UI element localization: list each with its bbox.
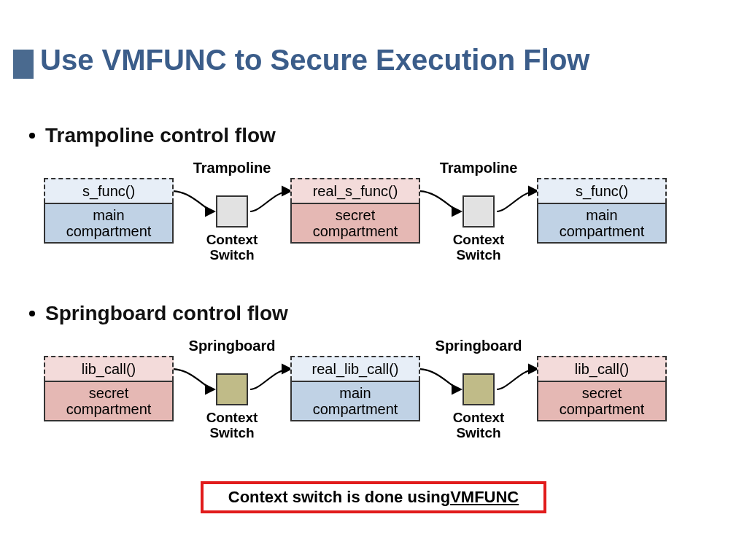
tramp-center-top: real_s_func() [290, 178, 420, 203]
context-switch-box-3 [216, 373, 248, 405]
tramp-box-right: s_func() maincompartment [537, 178, 667, 244]
spring-left-bot: secretcompartment [44, 381, 174, 421]
spring-box-left: lib_call() secretcompartment [44, 356, 174, 421]
callout-box: Context switch is done using VMFUNC [201, 481, 546, 513]
trampoline-label-1: Trampoline [174, 160, 290, 176]
tramp-connector-1: Trampoline ContextSwitch [174, 178, 290, 244]
springboard-label-2: Springboard [420, 338, 537, 354]
bullet-springboard: Springboard control flow [29, 302, 288, 325]
bullet-trampoline: Trampoline control flow [29, 124, 276, 147]
bullet-dot [29, 133, 35, 139]
spring-center-top: real_lib_call() [290, 356, 420, 381]
tramp-right-top: s_func() [537, 178, 667, 203]
bullet-text: Trampoline control flow [45, 124, 276, 147]
spring-center-bot: maincompartment [290, 381, 420, 421]
springboard-flow: lib_call() secretcompartment Springboard… [44, 356, 667, 421]
tramp-connector-2: Trampoline ContextSwitch [420, 178, 537, 244]
bullet-dot [29, 311, 35, 316]
context-switch-box-2 [462, 195, 495, 228]
springboard-label-1: Springboard [174, 338, 290, 354]
tramp-center-bot: secretcompartment [290, 203, 420, 244]
context-switch-label-4: ContextSwitch [420, 411, 537, 441]
context-switch-label-3: ContextSwitch [174, 411, 290, 441]
spring-connector-1: Springboard ContextSwitch [174, 356, 290, 421]
spring-box-right: lib_call() secretcompartment [537, 356, 667, 421]
context-switch-box-1 [216, 195, 248, 228]
context-switch-label-1: ContextSwitch [174, 233, 290, 263]
spring-right-top: lib_call() [537, 356, 667, 381]
trampoline-flow: s_func() maincompartment Trampoline Cont… [44, 178, 667, 244]
trampoline-label-2: Trampoline [420, 160, 537, 176]
tramp-right-bot: maincompartment [537, 203, 667, 244]
tramp-left-bot: maincompartment [44, 203, 174, 244]
tramp-box-left: s_func() maincompartment [44, 178, 174, 244]
slide-title: Use VMFUNC to Secure Execution Flow [40, 44, 589, 77]
spring-left-top: lib_call() [44, 356, 174, 381]
spring-right-bot: secretcompartment [537, 381, 667, 421]
tramp-box-center: real_s_func() secretcompartment [290, 178, 420, 244]
title-accent-bar [13, 50, 34, 79]
context-switch-box-4 [462, 373, 495, 405]
context-switch-label-2: ContextSwitch [420, 233, 537, 263]
tramp-left-top: s_func() [44, 178, 174, 203]
spring-box-center: real_lib_call() maincompartment [290, 356, 420, 421]
spring-connector-2: Springboard ContextSwitch [420, 356, 537, 421]
callout-prefix: Context switch is done using [228, 488, 450, 507]
bullet-text: Springboard control flow [45, 302, 288, 325]
callout-emph: VMFUNC [450, 488, 519, 507]
